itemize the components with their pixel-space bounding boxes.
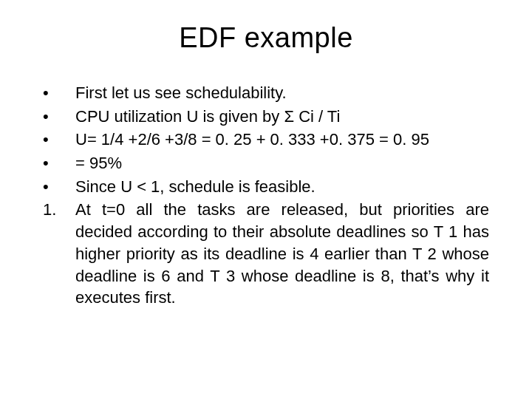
list-item: •= 95% — [43, 152, 489, 174]
list-marker: • — [43, 129, 75, 151]
list-item: •U= 1/4 +2/6 +3/8 = 0. 25 + 0. 333 +0. 3… — [43, 129, 489, 151]
list-text: At t=0 all the tasks are released, but p… — [75, 199, 489, 308]
list-marker: 1. — [43, 199, 75, 221]
slide: EDF example •First let us see schedulabi… — [0, 0, 532, 399]
list-item: •Since U < 1, schedule is feasible. — [43, 176, 489, 198]
list-marker: • — [43, 152, 75, 174]
list-marker: • — [43, 106, 75, 128]
slide-title: EDF example — [43, 22, 489, 54]
list-text: U= 1/4 +2/6 +3/8 = 0. 25 + 0. 333 +0. 37… — [75, 129, 489, 151]
list-item: 1.At t=0 all the tasks are released, but… — [43, 199, 489, 308]
list-text: CPU utilization U is given by Σ Ci / Ti — [75, 106, 489, 128]
list-text: Since U < 1, schedule is feasible. — [75, 176, 489, 198]
list-marker: • — [43, 82, 75, 104]
list-text: First let us see schedulability. — [75, 82, 489, 104]
list-marker: • — [43, 176, 75, 198]
slide-body: •First let us see schedulability.•CPU ut… — [43, 82, 489, 309]
list-item: •CPU utilization U is given by Σ Ci / Ti — [43, 106, 489, 128]
list-text: = 95% — [75, 152, 489, 174]
list-item: •First let us see schedulability. — [43, 82, 489, 104]
